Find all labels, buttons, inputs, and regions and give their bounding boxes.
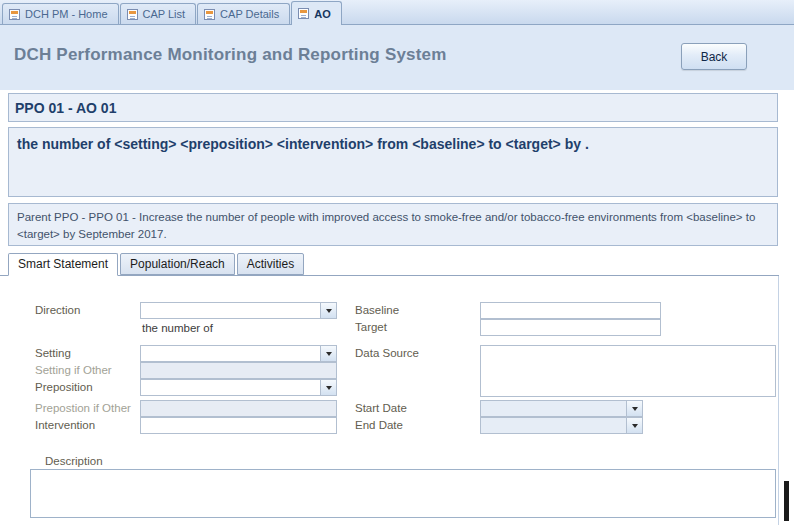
doc-tab-label: AO bbox=[314, 8, 331, 20]
doc-tab-label: DCH PM - Home bbox=[25, 8, 108, 20]
doc-tab-cap-details[interactable]: CAP Details bbox=[197, 3, 290, 24]
screen-artifact bbox=[784, 481, 789, 521]
preposition-field[interactable] bbox=[141, 380, 320, 395]
subtab-population-reach[interactable]: Population/Reach bbox=[120, 253, 235, 275]
form-icon bbox=[204, 9, 215, 20]
doc-tab-label: CAP Details bbox=[220, 8, 279, 20]
back-button[interactable]: Back bbox=[681, 43, 747, 70]
setting-label: Setting bbox=[35, 347, 71, 359]
direction-label: Direction bbox=[35, 304, 80, 316]
subtab-bar: Smart Statement Population/Reach Activit… bbox=[8, 253, 306, 277]
direction-caption: the number of bbox=[142, 322, 213, 334]
baseline-input[interactable] bbox=[480, 302, 661, 319]
start-date-label: Start Date bbox=[355, 402, 407, 414]
form-icon bbox=[298, 8, 309, 19]
document-tab-bar: DCH PM - Home CAP List CAP Details AO bbox=[0, 0, 794, 25]
smart-statement-text: the number of <setting> <preposition> <i… bbox=[9, 128, 777, 152]
intervention-label: Intervention bbox=[35, 419, 95, 431]
direction-dropdown-button[interactable] bbox=[320, 303, 336, 318]
start-date-dropdown-button[interactable] bbox=[626, 401, 642, 416]
setting-combobox[interactable] bbox=[140, 345, 337, 362]
form-icon bbox=[127, 9, 138, 20]
app-window: DCH PM - Home CAP List CAP Details AO DC… bbox=[0, 0, 794, 525]
intervention-input[interactable] bbox=[140, 417, 337, 434]
page-title: DCH Performance Monitoring and Reporting… bbox=[14, 45, 447, 65]
form-icon bbox=[9, 9, 20, 20]
subtab-smart-statement[interactable]: Smart Statement bbox=[8, 253, 118, 276]
setting-if-other-label: Setting if Other bbox=[35, 364, 112, 376]
end-date-field[interactable] bbox=[481, 418, 626, 433]
preposition-label: Preposition bbox=[35, 381, 93, 393]
end-date-combobox[interactable] bbox=[480, 417, 643, 434]
doc-tab-dch-pm-home[interactable]: DCH PM - Home bbox=[2, 3, 119, 24]
tab-page-border bbox=[778, 276, 779, 525]
ppo-header-text: PPO 01 - AO 01 bbox=[9, 94, 777, 116]
start-date-combobox[interactable] bbox=[480, 400, 643, 417]
end-date-dropdown-button[interactable] bbox=[626, 418, 642, 433]
doc-tab-cap-list[interactable]: CAP List bbox=[120, 3, 197, 24]
ppo-header-panel: PPO 01 - AO 01 bbox=[8, 93, 778, 122]
description-label: Description bbox=[45, 455, 103, 467]
smart-statement-panel: the number of <setting> <preposition> <i… bbox=[8, 127, 778, 197]
setting-if-other-input[interactable] bbox=[140, 362, 337, 379]
preposition-if-other-label: Prepostion if Other bbox=[35, 402, 131, 414]
form-header: DCH Performance Monitoring and Reporting… bbox=[0, 25, 794, 90]
parent-ppo-panel: Parent PPO - PPO 01 - Increase the numbe… bbox=[8, 203, 778, 246]
target-label: Target bbox=[355, 321, 387, 333]
setting-field[interactable] bbox=[141, 346, 320, 361]
direction-field[interactable] bbox=[141, 303, 320, 318]
data-source-label: Data Source bbox=[355, 347, 419, 359]
description-textarea[interactable] bbox=[30, 469, 776, 518]
data-source-textarea[interactable] bbox=[480, 345, 776, 397]
doc-tab-ao[interactable]: AO bbox=[291, 1, 342, 25]
setting-dropdown-button[interactable] bbox=[320, 346, 336, 361]
doc-tab-label: CAP List bbox=[143, 8, 186, 20]
baseline-label: Baseline bbox=[355, 304, 399, 316]
target-input[interactable] bbox=[480, 319, 661, 336]
preposition-combobox[interactable] bbox=[140, 379, 337, 396]
preposition-if-other-input[interactable] bbox=[140, 400, 337, 417]
preposition-dropdown-button[interactable] bbox=[320, 380, 336, 395]
end-date-label: End Date bbox=[355, 419, 403, 431]
start-date-field[interactable] bbox=[481, 401, 626, 416]
parent-ppo-text: Parent PPO - PPO 01 - Increase the numbe… bbox=[9, 204, 777, 242]
direction-combobox[interactable] bbox=[140, 302, 337, 319]
subtab-activities[interactable]: Activities bbox=[237, 253, 304, 275]
